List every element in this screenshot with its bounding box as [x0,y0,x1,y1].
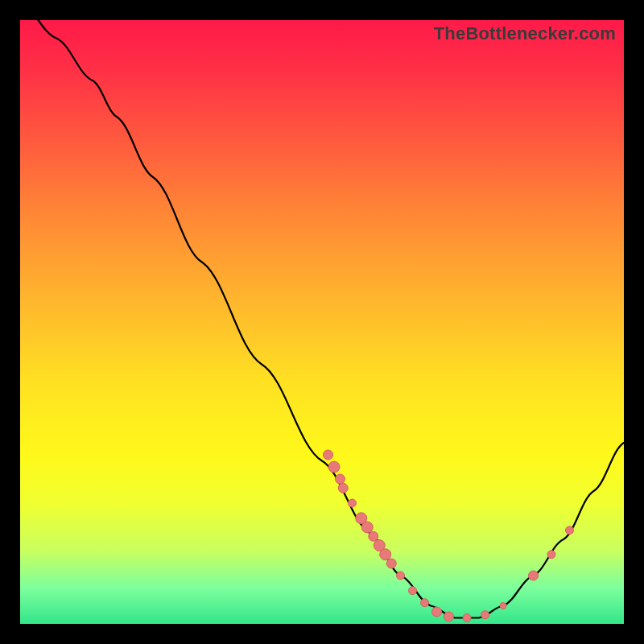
data-point [338,483,348,493]
data-point [349,499,357,507]
data-point [386,559,396,568]
bottleneck-curve [20,2,624,618]
data-point [397,572,405,580]
data-point [369,531,378,541]
data-point [463,614,471,622]
data-point [566,526,574,535]
data-point [336,474,345,484]
data-point [328,461,340,473]
data-point [324,450,333,460]
chart-area: TheBottlenecker.com [20,20,624,624]
chart-svg [20,20,624,624]
data-point [547,551,555,559]
data-point [529,571,539,580]
data-point [409,587,417,595]
data-points-group [324,450,574,622]
data-point [432,607,442,617]
data-point [481,611,489,619]
data-point [444,612,454,621]
data-point [361,522,373,533]
data-point [421,599,429,607]
data-point [380,549,391,560]
data-point [500,603,506,609]
